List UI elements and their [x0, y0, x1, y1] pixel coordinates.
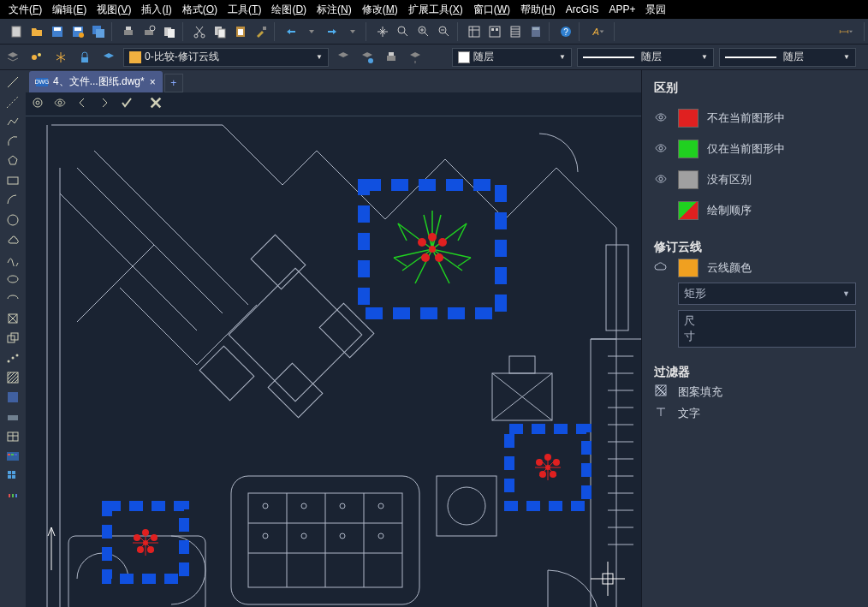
print-preview-button[interactable]: [140, 22, 158, 41]
menu-视图[interactable]: 视图(V): [92, 1, 136, 19]
region-tool[interactable]: [3, 408, 22, 425]
next-view-button[interactable]: [98, 96, 111, 112]
visibility-toggle[interactable]: [654, 110, 669, 127]
layer-freeze-button[interactable]: [51, 48, 70, 67]
menu-工具[interactable]: 工具(T): [223, 1, 266, 19]
point-tool[interactable]: [3, 349, 22, 366]
polyline-tool[interactable]: [3, 113, 22, 130]
tab-close-button[interactable]: ×: [150, 76, 156, 88]
filter-hatch-row[interactable]: 图案填充: [654, 384, 856, 400]
green-swatch[interactable]: [678, 140, 699, 158]
layer-lock-button[interactable]: [75, 48, 94, 67]
paste-button[interactable]: [231, 22, 250, 41]
publish-button[interactable]: [160, 22, 179, 41]
zoom-window-button[interactable]: [414, 22, 433, 41]
layer-walk-button[interactable]: [382, 48, 401, 67]
ellipse-tool[interactable]: [3, 271, 22, 288]
menu-修改[interactable]: 修改(M): [357, 1, 403, 19]
open-file-button[interactable]: [27, 22, 46, 41]
menu-文件[interactable]: 文件(F): [3, 1, 47, 19]
new-tab-button[interactable]: +: [164, 74, 183, 92]
size-field[interactable]: [705, 313, 850, 344]
cut-button[interactable]: [190, 22, 209, 41]
gray-swatch[interactable]: [678, 170, 699, 189]
visibility-toggle[interactable]: [654, 172, 669, 188]
match-props-button[interactable]: [252, 22, 271, 41]
tool-palette-button[interactable]: [506, 22, 525, 41]
copy-button[interactable]: [211, 22, 229, 41]
menu-帮助[interactable]: 帮助(H): [515, 1, 561, 19]
red-swatch[interactable]: [678, 109, 699, 128]
layer-match-button[interactable]: [406, 48, 425, 67]
menu-景园[interactable]: 景园: [640, 1, 671, 19]
zoom-realtime-button[interactable]: [394, 22, 413, 41]
layer-current-button[interactable]: [99, 48, 118, 67]
prev-view-button[interactable]: [75, 96, 89, 112]
redo-drop-button[interactable]: [343, 22, 362, 41]
help-button[interactable]: ?: [556, 22, 575, 41]
redo-button[interactable]: [323, 22, 342, 41]
dimension-style-button[interactable]: [831, 22, 860, 41]
drawing-canvas[interactable]: [26, 116, 641, 607]
color-dropdown[interactable]: 随层 ▼: [452, 48, 572, 67]
lineweight-dropdown[interactable]: 随层 ▼: [719, 48, 856, 67]
order-swatch[interactable]: [678, 201, 699, 220]
ellipse-arc-tool[interactable]: [3, 290, 22, 307]
menu-标注[interactable]: 标注(N): [312, 1, 357, 19]
eye-icon[interactable]: [53, 96, 67, 112]
polygon-tool[interactable]: [3, 152, 22, 170]
insert-block-tool[interactable]: [3, 310, 22, 327]
print-button[interactable]: [119, 22, 138, 41]
menu-绘图[interactable]: 绘图(D): [266, 1, 312, 19]
layer-manager-button[interactable]: [3, 48, 22, 67]
design-center-button[interactable]: [485, 22, 504, 41]
menu-APP+[interactable]: APP+: [603, 2, 640, 17]
mtext-tool[interactable]: [3, 448, 22, 465]
linetype-dropdown[interactable]: 随层 ▼: [577, 48, 714, 67]
circle-tool[interactable]: [3, 211, 22, 229]
table-tool[interactable]: [3, 428, 22, 445]
undo-drop-button[interactable]: [302, 22, 321, 41]
rectangle-tool[interactable]: [3, 172, 22, 189]
layer-states-button[interactable]: [27, 48, 46, 67]
close-view-button[interactable]: [149, 96, 163, 112]
document-tab[interactable]: DWG 4、文件...图纸.dwg* ×: [29, 71, 163, 92]
spline-tool[interactable]: [3, 251, 22, 268]
construction-line-tool[interactable]: [3, 93, 22, 110]
gradient-tool[interactable]: [3, 389, 22, 406]
revcloud-tool[interactable]: [3, 231, 22, 248]
make-block-tool[interactable]: [3, 330, 22, 347]
cloud-shape-dropdown[interactable]: 矩形 ▼: [678, 283, 856, 305]
save-button[interactable]: [48, 22, 67, 41]
cloud-color-swatch[interactable]: [678, 259, 699, 277]
more-tools-button[interactable]: [3, 487, 22, 504]
text-style-button[interactable]: A: [586, 22, 610, 41]
pan-button[interactable]: [373, 22, 392, 41]
menu-扩展工具[interactable]: 扩展工具(X): [403, 1, 468, 19]
cloud-size-input[interactable]: 尺寸: [678, 310, 856, 348]
app-grid-tool[interactable]: [3, 467, 22, 485]
layer-iso-button[interactable]: [358, 48, 377, 67]
menu-ArcGIS[interactable]: ArcGIS: [561, 2, 604, 17]
menu-格式[interactable]: 格式(O): [177, 1, 223, 19]
settings-gear-icon[interactable]: [31, 96, 45, 112]
line-tool[interactable]: [3, 74, 22, 91]
saveas-button[interactable]: [68, 22, 87, 41]
menu-编辑[interactable]: 编辑(E): [47, 1, 92, 19]
new-file-button[interactable]: [7, 22, 26, 41]
properties-button[interactable]: [465, 22, 484, 41]
undo-button[interactable]: [282, 22, 300, 41]
checkmark-button[interactable]: [120, 96, 134, 112]
menu-窗口[interactable]: 窗口(W): [468, 1, 515, 19]
zoom-previous-button[interactable]: [435, 22, 454, 41]
menu-插入[interactable]: 插入(I): [136, 1, 176, 19]
filter-text-row[interactable]: 文字: [654, 405, 856, 421]
visibility-toggle[interactable]: [654, 141, 669, 158]
arc3-tool[interactable]: [3, 192, 22, 209]
layer-previous-button[interactable]: [334, 48, 353, 67]
hatch-tool[interactable]: [3, 369, 22, 386]
calc-button[interactable]: [526, 22, 545, 41]
arc-tool[interactable]: [3, 133, 22, 150]
layer-dropdown[interactable]: 0-比较-修订云线 ▼: [123, 48, 329, 67]
save-all-button[interactable]: [89, 22, 108, 41]
